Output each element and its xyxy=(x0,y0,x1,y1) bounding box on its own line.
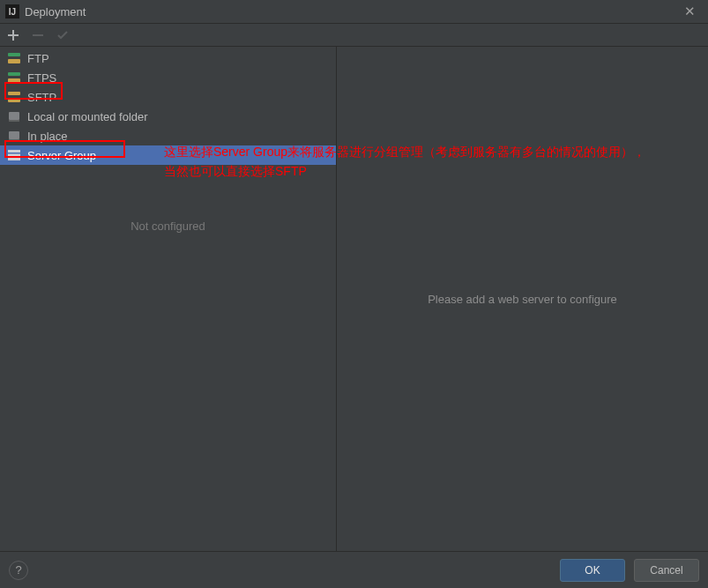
menu-label: FTPS xyxy=(27,71,56,85)
svg-rect-1 xyxy=(8,53,20,56)
menu-label: Server Group xyxy=(27,149,96,162)
remove-button[interactable] xyxy=(28,26,48,45)
sftp-icon xyxy=(7,90,21,104)
ftps-icon xyxy=(7,71,21,85)
svg-rect-0 xyxy=(33,34,43,36)
local-folder-icon xyxy=(7,109,21,123)
svg-rect-13 xyxy=(8,158,20,160)
content-area: FTP FTPS SFTP Local or mounted folder xyxy=(0,47,708,551)
menu-item-ftps[interactable]: FTPS xyxy=(0,68,336,87)
right-panel: Please add a web server to configure xyxy=(337,47,708,551)
inplace-icon xyxy=(7,129,21,143)
ftp-icon xyxy=(7,51,21,65)
toolbar xyxy=(0,24,708,47)
menu-item-inplace[interactable]: In place xyxy=(0,126,336,145)
help-button[interactable]: ? xyxy=(9,561,28,580)
dialog-button-row: ? OK Cancel xyxy=(0,551,708,588)
check-icon xyxy=(56,29,69,41)
menu-item-server-group[interactable]: Server Group xyxy=(0,145,336,165)
menu-label: SFTP xyxy=(27,91,56,104)
menu-item-local[interactable]: Local or mounted folder xyxy=(0,107,336,126)
svg-rect-10 xyxy=(9,139,19,141)
server-group-icon xyxy=(7,148,21,162)
cancel-button[interactable]: Cancel xyxy=(634,559,699,582)
svg-rect-8 xyxy=(9,120,19,122)
default-button[interactable] xyxy=(53,26,72,45)
menu-item-sftp[interactable]: SFTP xyxy=(0,87,336,107)
left-panel: FTP FTPS SFTP Local or mounted folder xyxy=(0,47,337,551)
plus-icon xyxy=(7,29,19,41)
svg-rect-4 xyxy=(8,78,20,83)
window-title: Deployment xyxy=(25,5,86,19)
app-icon: IJ xyxy=(5,4,19,19)
ok-button[interactable]: OK xyxy=(560,559,625,582)
svg-rect-9 xyxy=(9,131,19,139)
close-icon[interactable]: ✕ xyxy=(681,4,699,19)
add-button[interactable] xyxy=(4,26,23,45)
menu-label: In place xyxy=(27,130,68,143)
menu-label: FTP xyxy=(27,52,49,65)
svg-rect-5 xyxy=(8,92,20,95)
empty-state-message: Please add a web server to configure xyxy=(428,293,617,306)
svg-rect-2 xyxy=(8,59,20,63)
menu-item-ftp[interactable]: FTP xyxy=(0,48,336,68)
minus-icon xyxy=(32,29,44,41)
svg-rect-6 xyxy=(8,98,20,102)
svg-rect-3 xyxy=(8,72,20,76)
not-configured-text: Not configured xyxy=(0,220,336,233)
connection-type-menu: FTP FTPS SFTP Local or mounted folder xyxy=(0,47,336,167)
svg-rect-7 xyxy=(9,112,19,120)
svg-rect-11 xyxy=(8,150,20,153)
svg-rect-12 xyxy=(8,154,20,157)
menu-label: Local or mounted folder xyxy=(27,110,148,123)
titlebar: IJ Deployment ✕ xyxy=(0,0,708,24)
